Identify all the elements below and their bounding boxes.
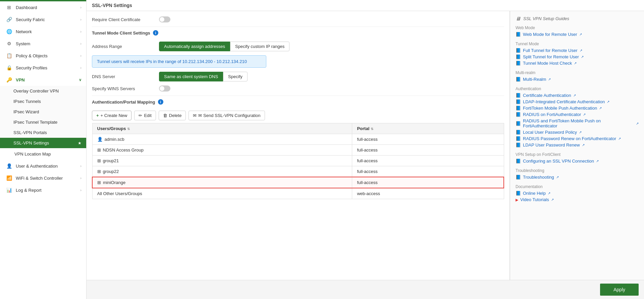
create-new-label: + Create New: [101, 113, 127, 118]
sidebar-item-ipsec-template[interactable]: IPsec Tunnel Template: [0, 117, 86, 127]
sidebar-item-ssl-vpn-settings[interactable]: SSL-VPN Settings ★: [0, 138, 86, 148]
portal-mapping-table: Users/Groups ⇅ Portal ⇅ 👤admin.scbfull-a…: [92, 123, 504, 199]
book-icon: 📘: [516, 32, 521, 37]
external-link-icon: ↗: [618, 137, 621, 140]
sidebar-item-security-fabric[interactable]: 🔗 Security Fabric ›: [0, 13, 86, 25]
send-config-button[interactable]: ✉ ✉ Send SSL-VPN Configuration: [189, 111, 265, 120]
table-cell-portal: full-access: [352, 156, 504, 166]
edit-button[interactable]: ✏ Edit: [134, 111, 156, 120]
guide-link[interactable]: 📘Multi-Realm ↗: [516, 77, 639, 82]
guide-link-label: Configuring an SSL VPN Connection: [523, 159, 594, 164]
sidebar-item-ipsec-tunnels[interactable]: IPsec Tunnels: [0, 96, 86, 107]
chevron-log: ›: [80, 188, 82, 192]
sidebar-item-vpn-location[interactable]: VPN Location Map: [0, 148, 86, 160]
sidebar-item-log-report[interactable]: 📊 Log & Report ›: [0, 184, 86, 196]
doc-icon: 📘: [516, 159, 521, 164]
table-row[interactable]: ⊞NDSN Access Groupfull-access: [92, 145, 504, 156]
guide-link[interactable]: 📘Web Mode for Remote User ↗: [516, 32, 639, 37]
doc-icon: 📘: [516, 106, 521, 111]
external-link-icon: ↗: [556, 175, 559, 179]
guide-link[interactable]: 📘RADIUS and FortiToken Mobile Push on Fo…: [516, 118, 639, 128]
tunnel-mode-info-icon[interactable]: i: [153, 30, 158, 36]
book-icon: 📘: [516, 136, 521, 141]
delete-button[interactable]: 🗑 Delete: [159, 111, 186, 120]
table-row[interactable]: 👤admin.scbfull-access: [92, 134, 504, 145]
guide-link[interactable]: 📘Split Tunnel for Remote User ↗: [516, 54, 639, 59]
edit-label: Edit: [144, 113, 151, 118]
specify-wins-label: Specify WINS Servers: [92, 86, 159, 91]
sidebar-item-ipsec-wizard[interactable]: IPsec Wizard: [0, 107, 86, 117]
table-row[interactable]: All Other Users/Groupsweb-access: [92, 188, 504, 199]
book-icon: 📘: [516, 48, 521, 53]
send-icon: ✉: [193, 113, 197, 118]
table-row[interactable]: ⊞group21full-access: [92, 156, 504, 166]
guide-link[interactable]: 📘Configuring an SSL VPN Connection ↗: [516, 159, 639, 164]
apply-button[interactable]: Apply: [600, 284, 639, 296]
main-area: SSL-VPN Settings Require Client Certific…: [87, 0, 644, 299]
create-new-button[interactable]: + + Create New: [92, 111, 131, 120]
security-profiles-icon: 🔒: [6, 65, 12, 70]
sidebar-item-overlay-controller[interactable]: Overlay Controller VPN: [0, 86, 86, 96]
auto-assign-btn[interactable]: Automatically assign addresses: [159, 42, 230, 51]
guide-link-label: RADIUS and FortiToken Mobile Push on For…: [523, 118, 634, 128]
create-new-icon: +: [96, 113, 99, 118]
sidebar-item-ssl-vpn-portals[interactable]: SSL-VPN Portals: [0, 127, 86, 138]
guide-link[interactable]: 📘FortiToken Mobile Push Authentication ↗: [516, 106, 639, 111]
sidebar-label-vpn: VPN: [16, 77, 79, 82]
guide-link[interactable]: 📘LDAP User Password Renew ↗: [516, 142, 639, 147]
guide-link[interactable]: ▶Video Tutorials ↗: [516, 197, 639, 202]
col-users-groups[interactable]: Users/Groups ⇅: [92, 123, 352, 134]
auth-portal-info-icon[interactable]: i: [158, 99, 163, 105]
guide-link[interactable]: 📘Online Help ↗: [516, 191, 639, 196]
doc-icon: 📘: [516, 32, 521, 37]
user-auth-icon: 👤: [6, 163, 12, 169]
guide-link[interactable]: 📘Local User Password Policy ↗: [516, 130, 639, 135]
require-client-cert-value: [159, 16, 170, 22]
table-cell-user: ⊞miniOrange: [92, 177, 352, 188]
book-icon: 📘: [516, 61, 521, 66]
external-link-icon: ↗: [599, 106, 602, 110]
delete-icon: 🗑: [163, 113, 167, 118]
guide-link[interactable]: 📘Full Tunnel for Remote User ↗: [516, 48, 639, 53]
external-link-icon: ↗: [636, 122, 639, 125]
guide-link-label: Online Help: [523, 191, 546, 196]
table-row[interactable]: ⊞group22full-access: [92, 166, 504, 177]
guide-link[interactable]: 📘Certificate Authentication ↗: [516, 93, 639, 98]
table-row[interactable]: ⊞miniOrangefull-access: [92, 177, 504, 188]
guide-link-label: Troubleshooting: [523, 175, 554, 180]
specify-ip-btn[interactable]: Specify custom IP ranges: [230, 42, 289, 51]
star-icon: ★: [78, 141, 82, 145]
table-cell-user: All Other Users/Groups: [92, 188, 352, 199]
guide-link[interactable]: 📘Tunnel Mode Host Check ↗: [516, 61, 639, 66]
guide-link[interactable]: 📘RADIUS Password Renew on FortiAuthentic…: [516, 136, 639, 141]
sidebar-item-system[interactable]: ⚙ System ›: [0, 38, 86, 50]
log-icon: 📊: [6, 187, 12, 193]
guide-link[interactable]: 📘Troubleshooting ↗: [516, 175, 639, 180]
sidebar-item-dashboard[interactable]: ⊞ Dashboard ›: [0, 1, 86, 13]
guide-section: Documentation📘Online Help ↗▶Video Tutori…: [516, 184, 639, 202]
guide-link[interactable]: 📘LDAP-Integrated Certificate Authenticat…: [516, 99, 639, 104]
tunnel-mode-label: Tunnel Mode Client Settings: [92, 31, 150, 36]
table-cell-portal: web-access: [352, 188, 504, 199]
sidebar-item-policy-objects[interactable]: 📋 Policy & Objects ›: [0, 50, 86, 62]
external-link-icon: ↗: [580, 49, 582, 52]
address-range-info: Tunnel users will receive IPs in the ran…: [92, 55, 266, 68]
send-label: ✉ Send SSL-VPN Configuration: [198, 113, 260, 118]
dns-server-btn-group: Same as client system DNS Specify: [159, 72, 248, 81]
sidebar-item-wifi-switch[interactable]: 📶 WiFi & Switch Controller ›: [0, 172, 86, 184]
sidebar-item-network[interactable]: 🌐 Network ›: [0, 25, 86, 38]
sidebar-item-security-profiles[interactable]: 🔒 Security Profiles ›: [0, 62, 86, 74]
sidebar-item-user-auth[interactable]: 👤 User & Authentication ›: [0, 160, 86, 172]
book-icon: 📘: [516, 77, 521, 82]
col-portal[interactable]: Portal ⇅: [352, 123, 504, 134]
same-as-client-dns-btn[interactable]: Same as client system DNS: [159, 72, 223, 81]
guide-link[interactable]: 📘RADIUS on FortiAuthenticator ↗: [516, 112, 639, 117]
external-link-icon: ↗: [551, 198, 554, 201]
specify-dns-btn[interactable]: Specify: [223, 72, 248, 81]
system-icon: ⚙: [6, 41, 12, 46]
require-client-cert-toggle[interactable]: [159, 16, 170, 22]
user-name: NDSN Access Group: [103, 147, 144, 153]
sidebar-item-vpn[interactable]: 🔑 VPN ∨: [0, 74, 86, 86]
specify-wins-toggle[interactable]: [159, 85, 170, 92]
book-icon: 📘: [516, 99, 521, 104]
